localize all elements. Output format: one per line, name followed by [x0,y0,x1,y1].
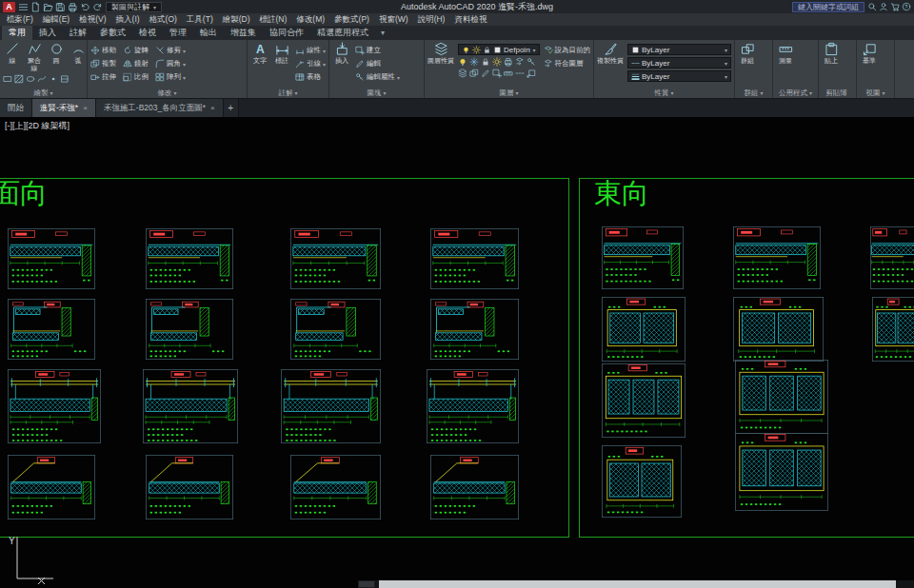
elevation-drawing[interactable] [281,369,381,443]
panel-label[interactable]: 註解▾ [248,88,328,98]
open-file-icon[interactable] [43,2,53,12]
tool-fillet[interactable]: 圓角▾ [155,58,186,69]
bylayer-dropdown[interactable]: ByLayer▾ [627,57,731,69]
elevation-drawing[interactable] [870,226,914,289]
hatch-icon[interactable] [14,74,24,84]
search-icon[interactable] [867,2,877,11]
menu-item[interactable]: 標註(N) [255,13,292,26]
base-icon[interactable] [527,69,536,78]
elevation-drawing[interactable] [8,299,95,360]
close-icon[interactable]: × [210,104,215,112]
viewport-controls[interactable]: [-][上][2D 線架構] [5,120,70,132]
close-icon[interactable]: × [83,104,88,112]
panel-label[interactable]: 性質▾ [594,88,734,98]
elevation-drawing[interactable] [143,369,238,443]
new-file-icon[interactable] [30,2,41,12]
elevation-drawing[interactable] [602,297,686,362]
bylayer-dropdown[interactable]: ByLayer▾ [627,44,731,55]
tool-text[interactable]: A文字 [250,42,269,65]
plot-icon[interactable] [68,2,78,12]
tool-paste[interactable]: 貼上 [822,42,841,65]
drawing-canvas[interactable]: [-][上][2D 線架構] 面向東向 Y [0,117,914,588]
elevation-drawing[interactable] [733,226,821,289]
menu-item[interactable]: 資料檢視 [449,13,491,26]
tool-edit[interactable]: 編輯 [355,58,400,69]
bulb-icon[interactable] [458,57,467,67]
menu-item[interactable]: 工具(T) [182,13,218,26]
tool-scale[interactable]: 比例 [123,71,149,83]
tool-matchlayer[interactable]: 符合圖層 [544,58,591,69]
tool-dim[interactable]: 標註 [272,42,291,65]
menu-item[interactable]: 檔案(F) [2,13,38,26]
autocad-logo-icon[interactable]: A [3,2,15,12]
scrollbar-track[interactable] [375,580,914,588]
ribbon-tab-1[interactable]: 插入 [32,26,63,40]
menu-item[interactable]: 說明(H) [413,13,450,26]
tool-copy[interactable]: 複製 [90,58,116,69]
elevation-drawing[interactable] [430,228,519,289]
elevation-drawing[interactable] [735,360,828,434]
file-tab-0[interactable]: 開始 [0,99,32,117]
matchlayer-icon[interactable] [515,57,525,67]
elevation-drawing[interactable] [430,455,519,519]
tool-brush[interactable]: 複製性質 [597,42,624,65]
tool-trim[interactable]: 修剪▾ [155,45,186,56]
layers-icon[interactable] [458,69,467,78]
elevation-drawing[interactable] [290,228,381,289]
ribbon-collapse-icon[interactable]: ▾ [381,29,385,37]
panel-label[interactable]: 圖塊▾ [329,88,424,98]
attedit-icon[interactable] [527,57,536,67]
defpoints-dropdown[interactable]: Defpoints▾ [458,44,540,55]
copy-icon[interactable] [469,69,479,78]
menu-grid-icon[interactable] [18,2,29,12]
panel-label[interactable]: 繪製▾ [0,88,87,98]
menu-item[interactable]: 繪製(D) [218,13,255,26]
elevation-drawing[interactable] [733,297,824,362]
tool-arc[interactable]: 弧 [69,42,88,65]
ribbon-tab-8[interactable]: 協同合作 [263,26,310,40]
menu-item[interactable]: 編輯(E) [38,13,74,26]
edit-icon[interactable] [481,69,490,78]
account-icon[interactable] [879,2,888,11]
ribbon-tab-2[interactable]: 註解 [63,26,93,40]
tool-circle[interactable]: 圓 [47,42,66,65]
elevation-drawing[interactable] [290,455,381,519]
new-tab-button[interactable]: + [224,99,239,117]
tool-group[interactable]: 群組 [738,42,757,65]
elevation-drawing[interactable] [430,299,519,360]
elevation-drawing[interactable] [602,226,684,289]
tool-move[interactable]: 移動 [90,45,116,56]
shopping-icon[interactable] [890,2,900,11]
scrollbar-thumb[interactable] [379,580,896,588]
ribbon-tab-0[interactable]: 常用 [2,26,32,40]
tool-table[interactable]: 表格 [295,71,326,83]
menu-item[interactable]: 視窗(W) [374,13,413,26]
tool-layers[interactable]: 圖層性質 [427,42,454,65]
file-tab-2[interactable]: 禾強施工-B203_各向立面圖*× [96,99,224,117]
tool-create[interactable]: 建立 [355,45,400,56]
workspace-dropdown[interactable]: 製圖與註解▾ [106,2,162,12]
elevation-drawing[interactable] [735,433,828,511]
ellipse-icon[interactable] [26,74,35,84]
menu-item[interactable]: 檢視(V) [74,13,110,26]
elevation-drawing[interactable] [146,455,233,519]
ribbon-tab-9[interactable]: 精選應用程式 [310,26,375,40]
tool-stretch[interactable]: 拉伸 [90,71,116,83]
menu-item[interactable]: 格式(O) [145,13,182,26]
tool-attedit[interactable]: 編輯屬性▾ [355,71,400,83]
elevation-drawing[interactable] [290,299,381,360]
menu-item[interactable]: 參數式(P) [329,13,374,26]
freeze-icon[interactable] [469,57,479,67]
tool-array[interactable]: 陣列▾ [155,71,186,83]
tool-linear[interactable]: 線性▾ [295,45,326,56]
measure-icon[interactable] [504,69,513,78]
create-icon[interactable] [492,69,502,78]
horizontal-scrollbar[interactable] [358,580,914,588]
bylayer-dropdown[interactable]: ByLayer▾ [627,70,731,82]
tool-rotate[interactable]: 旋轉 [123,45,149,56]
elevation-drawing[interactable] [146,299,233,360]
help-icon[interactable]: ? [902,2,911,11]
panel-label[interactable]: 視圖▾ [857,88,894,98]
region-icon[interactable] [60,74,70,84]
redo-icon[interactable] [92,2,103,12]
